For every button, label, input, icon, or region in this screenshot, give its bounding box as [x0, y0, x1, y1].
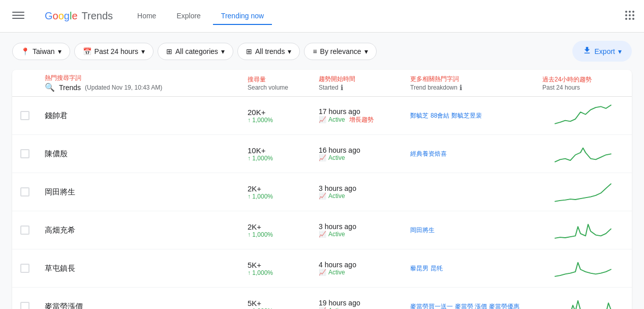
volume-value: 2K+: [248, 184, 319, 193]
started-time: 4 hours ago: [319, 261, 410, 269]
active-trend-icon: 📈: [319, 231, 326, 238]
table-row: 草屯鎮長 5K+ ↑ 1,000% 4 hours ago 📈 Active 藜…: [12, 249, 632, 288]
row-checkbox[interactable]: [20, 111, 29, 120]
time-chevron: ▾: [141, 47, 145, 55]
keyword-text[interactable]: 高畑充希: [45, 226, 75, 234]
keyword-text[interactable]: 草屯鎮長: [45, 264, 75, 272]
breakdown-tag[interactable]: 麥當勞優惠: [489, 302, 519, 310]
breakdown-tag[interactable]: 藜昆男: [410, 264, 428, 273]
export-label: Export: [595, 47, 615, 55]
volume-change: ↑ 1,000%: [248, 117, 319, 124]
breakdown-tag[interactable]: 鄭毓芝: [410, 111, 428, 120]
active-badge: 📈 Active: [319, 192, 410, 200]
volume-col-label: 搜尋量: [248, 75, 319, 84]
keyword-text[interactable]: 錢帥君: [45, 111, 68, 120]
active-badge: 📈 Active: [319, 154, 410, 161]
breakdown-tag[interactable]: 麥當勞買一送一: [410, 302, 453, 310]
row-checkbox-cell: [20, 187, 45, 196]
svg-point-4: [629, 11, 631, 13]
breakdown-col-label: 更多相關熱門字詞: [410, 75, 542, 83]
active-trend-icon: 📈: [319, 116, 326, 123]
logo[interactable]: Google Trends: [45, 10, 113, 22]
breakdown-tag[interactable]: 岡田將生: [410, 226, 435, 235]
keyword-text[interactable]: 陳儂殷: [45, 149, 68, 158]
active-label: Active: [328, 154, 345, 161]
svg-rect-1: [12, 15, 24, 16]
svg-point-10: [629, 18, 631, 20]
row-checkbox[interactable]: [20, 149, 29, 158]
categories-chevron: ▾: [221, 47, 225, 55]
export-button[interactable]: Export ▾: [572, 41, 632, 62]
keyword-cell: 高畑充希: [45, 226, 248, 235]
keyword-text[interactable]: 麥當勞漲價: [45, 302, 83, 310]
breakdown-cell: 經典養资焙喜: [410, 150, 542, 158]
started-cell: 4 hours ago 📈 Active: [319, 261, 410, 276]
row-checkbox[interactable]: [20, 264, 29, 273]
active-label: Active: [328, 307, 345, 309]
logo-google: Google: [45, 10, 78, 22]
sparkline-cell: [542, 294, 624, 309]
active-label: Active: [328, 116, 345, 123]
sparkline-chart: [550, 103, 616, 128]
row-checkbox-cell: [20, 149, 45, 158]
time-filter[interactable]: 📅 Past 24 hours ▾: [74, 43, 154, 60]
main-content: 熱門搜尋字詞 🔍 Trends (Updated Nov 19, 10:43 A…: [0, 70, 644, 309]
active-trend-icon: 📈: [319, 154, 326, 161]
categories-icon: ⊞: [166, 47, 172, 55]
trends-chevron: ▾: [288, 47, 291, 55]
started-col-label: 趨勢開始時間: [319, 75, 410, 83]
breakdown-tag[interactable]: 麥當勞 漲價: [455, 302, 487, 310]
row-checkbox[interactable]: [20, 302, 29, 309]
row-checkbox[interactable]: [20, 226, 29, 235]
breakdown-tag[interactable]: 88會結: [431, 111, 449, 120]
breakdown-tag[interactable]: 經典養资焙喜: [410, 150, 447, 158]
row-checkbox[interactable]: [20, 187, 29, 196]
volume-cell: 2K+ ↑ 1,000%: [248, 222, 319, 238]
started-col-sublabel: Started: [319, 84, 339, 91]
row-checkbox-cell: [20, 302, 45, 309]
keyword-cell: 錢帥君: [45, 111, 248, 121]
keyword-cell: 麥當勞漲價: [45, 302, 248, 310]
export-icon: [582, 46, 592, 57]
table-row: 高畑充希 2K+ ↑ 1,000% 3 hours ago 📈 Active 岡…: [12, 211, 632, 249]
breakdown-header-col: 更多相關熱門字詞 Trend breakdown ℹ: [410, 75, 542, 92]
table-column-headers: 熱門搜尋字詞 🔍 Trends (Updated Nov 19, 10:43 A…: [12, 70, 632, 97]
hamburger-icon[interactable]: [8, 5, 28, 27]
sparkline-chart: [550, 256, 616, 281]
updated-text: (Updated Nov 19, 10:43 AM): [85, 84, 162, 91]
trends-filter[interactable]: ⊞ All trends ▾: [237, 43, 300, 60]
keyword-cell: 草屯鎮長: [45, 264, 248, 273]
breakdown-tag[interactable]: 鄭毓芝昱裴: [451, 111, 482, 120]
categories-filter[interactable]: ⊞ All categories ▾: [158, 43, 233, 60]
volume-value: 10K+: [248, 146, 319, 155]
sparkline-cell: [542, 141, 624, 166]
sort-filter[interactable]: ≡ By relevance ▾: [304, 43, 376, 60]
active-badge: 📈 Active: [319, 307, 410, 309]
svg-point-7: [629, 14, 631, 16]
svg-point-5: [632, 11, 634, 13]
nav-home[interactable]: Home: [129, 8, 164, 25]
breakdown-tag[interactable]: 昆牦: [431, 264, 443, 273]
volume-value: 5K+: [248, 261, 319, 269]
active-badge: 📈 Active: [319, 269, 410, 276]
volume-change: ↑ 1,000%: [248, 231, 319, 238]
volume-cell: 5K+ ↑ 1,000%: [248, 261, 319, 276]
started-header-col: 趨勢開始時間 Started ℹ: [319, 75, 410, 92]
svg-point-8: [632, 14, 634, 16]
table-row: 麥當勞漲價 5K+ ↑ 1,000% 19 hours ago 📈 Active…: [12, 288, 632, 309]
nav-explore[interactable]: Explore: [168, 8, 208, 25]
row-checkbox-cell: [20, 264, 45, 273]
grid-icon[interactable]: [624, 9, 636, 23]
svg-point-11: [632, 18, 634, 20]
keyword-col-sub: 🔍 Trends (Updated Nov 19, 10:43 AM): [45, 82, 248, 92]
keyword-text[interactable]: 岡田將生: [45, 187, 75, 196]
table-row: 陳儂殷 10K+ ↑ 1,000% 16 hours ago 📈 Active …: [12, 135, 632, 173]
volume-col-sublabel: Search volume: [248, 84, 319, 91]
started-cell: 16 hours ago 📈 Active: [319, 146, 410, 161]
trends-icon: ⊞: [246, 47, 252, 55]
sort-icon: ≡: [313, 47, 317, 55]
nav-trending-now[interactable]: Trending now: [213, 8, 272, 25]
location-filter[interactable]: 📍 Taiwan ▾: [12, 43, 70, 60]
filters-bar: 📍 Taiwan ▾ 📅 Past 24 hours ▾ ⊞ All categ…: [0, 33, 644, 70]
sort-chevron: ▾: [364, 47, 368, 55]
